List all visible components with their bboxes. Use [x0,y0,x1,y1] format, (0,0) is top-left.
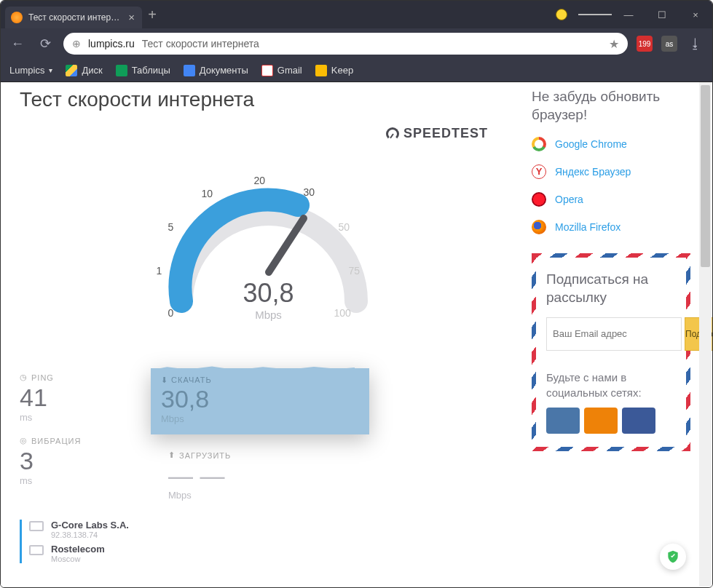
new-tab-button[interactable]: + [142,7,162,23]
browser-firefox-link[interactable]: Mozilla Firefox [532,220,690,234]
titlebar: Тест скорости интернет × + — ☐ × [1,1,712,28]
bookmark-keep[interactable]: Keep [315,65,353,76]
browser-yandex-link[interactable]: Y Яндекс Браузер [532,164,690,179]
bookmark-gmail[interactable]: Gmail [261,65,302,76]
browser-tab[interactable]: Тест скорости интернет × [5,7,142,28]
browser-label: Opera [555,194,583,205]
globe-icon: ⊕ [72,38,81,49]
update-browser-box: Не забудь обновить браузер! Google Chrom… [532,88,690,234]
back-button[interactable]: ← [8,36,27,52]
email-input[interactable] [546,317,682,351]
bookmark-label: Gmail [277,65,302,76]
jitter-unit: ms [20,475,151,486]
gauge-tick-30: 30 [304,186,315,198]
address-bar: ← ⟳ ⊕ lumpics.ru Тест скорости интернета… [1,28,712,59]
upload-value: — — [168,461,299,490]
bookmark-label: Таблицы [132,65,170,76]
drive-icon [66,65,77,76]
tab-close-button[interactable]: × [128,11,135,23]
url-field[interactable]: ⊕ lumpics.ru Тест скорости интернета ★ [63,33,628,55]
server-icon [29,521,44,531]
upload-icon: ⬆ [168,450,176,460]
gauge-value: 30,8 [116,278,422,309]
browser-chrome-link[interactable]: Google Chrome [532,137,690,151]
keep-icon [315,65,327,76]
server-row: Rostelecom Moscow [29,544,517,563]
download-label: СКАЧАТЬ [171,376,212,384]
jitter-metric: ◎ВИБРАЦИЯ 3 ms [20,436,151,486]
bookmark-sheets[interactable]: Таблицы [116,65,170,76]
social-vk-icon[interactable] [546,408,580,434]
bookmark-label: Документы [200,65,248,76]
brand-label: SPEEDTEST [403,126,488,141]
firefox-icon [532,220,546,234]
ping-icon: ◷ [20,373,28,382]
gauge-tick-50: 50 [339,221,350,233]
sheets-icon [116,65,127,76]
bookmark-label: Keep [331,65,353,76]
extension-coin-icon[interactable] [545,1,578,28]
browser-label: Mozilla Firefox [555,221,621,233]
gmail-icon [261,65,273,76]
browser-label: Google Chrome [555,138,627,150]
window-maximize-button[interactable]: ☐ [645,1,679,28]
gauge-tick-5: 5 [168,221,174,233]
metrics-row: ◷PING 41 ms ◎ВИБРАЦИЯ 3 ms ⬇ СКАЧАТЬ 30,… [20,373,517,501]
reload-button[interactable]: ⟳ [36,36,55,52]
socials-title: Будьте с нами в социальных сетях: [546,370,676,400]
upload-label: ЗАГРУЗИТЬ [179,451,231,460]
jitter-icon: ◎ [20,436,28,445]
speedtest-brand: SPEEDTEST [20,126,517,141]
bookmark-docs[interactable]: Документы [184,65,248,76]
subscribe-box: Подписаться на рассылку Подписаться Будь… [532,253,690,450]
page-content: Тест скорости интернета SPEEDTEST 0 1 5 … [1,82,712,587]
downloads-button[interactable]: ⭳ [686,36,705,52]
download-card: ⬇ СКАЧАТЬ 30,8 Mbps [151,368,369,434]
docs-icon [184,65,195,76]
ping-unit: ms [20,412,151,423]
subscribe-title: Подписаться на рассылку [546,271,676,306]
extension-lastfm-icon[interactable]: as [661,36,677,52]
gauge-tick-1: 1 [157,265,162,277]
tab-title: Тест скорости интернет [28,12,122,23]
security-shield-badge[interactable] [660,544,686,570]
window-minimize-button[interactable]: — [612,1,645,28]
ping-metric: ◷PING 41 ms [20,373,151,423]
servers-block: G-Core Labs S.A. 92.38.138.74 Rostelecom… [20,520,517,563]
gauge-unit: Mbps [116,309,422,321]
download-value: 30,8 [161,385,359,413]
server-row: G-Core Labs S.A. 92.38.138.74 [29,520,517,539]
bookmark-drive[interactable]: Диск [66,65,102,76]
bookmarks-bar: Lumpics ▾ Диск Таблицы Документы Gmail K… [1,59,712,82]
ping-label: PING [31,373,54,382]
server-sub: Moscow [51,555,105,563]
speedtest-gauge-icon [386,127,399,140]
window-close-button[interactable]: × [679,1,712,28]
browser-opera-link[interactable]: Opera [532,192,690,207]
update-browser-title: Не забудь обновить браузер! [532,88,690,124]
page-title: Тест скорости интернета [20,88,517,111]
ping-value: 41 [20,384,151,412]
server-icon [29,545,44,555]
gauge-tick-75: 75 [349,265,361,277]
browser-label: Яндекс Браузер [555,166,631,178]
chrome-icon [532,137,546,151]
extension-badge-icon[interactable]: 199 [637,36,653,52]
scrollbar-thumb[interactable] [701,85,710,267]
opera-icon [532,192,546,207]
bookmark-lumpics[interactable]: Lumpics ▾ [9,65,52,76]
page-scrollbar[interactable] [699,82,712,587]
gauge-tick-10: 10 [202,188,213,199]
bookmark-icon[interactable]: ★ [609,37,619,51]
caret-icon: ▾ [49,66,52,74]
menu-button[interactable] [578,1,612,28]
social-fb-icon[interactable] [622,408,655,434]
download-unit: Mbps [161,413,359,424]
bookmark-label: Диск [82,65,102,76]
jitter-label: ВИБРАЦИЯ [31,437,81,445]
social-ok-icon[interactable] [584,408,618,434]
jitter-value: 3 [20,447,151,475]
upload-unit: Mbps [168,490,299,501]
sidebar: Не забудь обновить браузер! Google Chrom… [532,88,712,587]
yandex-icon: Y [532,164,546,179]
